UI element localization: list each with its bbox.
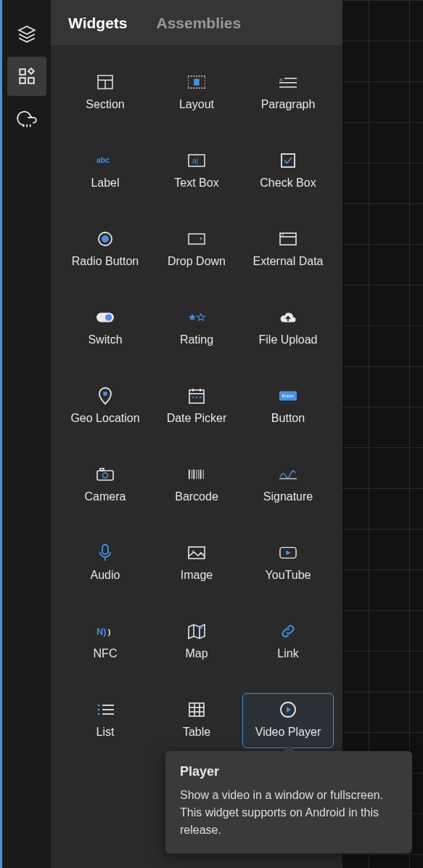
- widget-youtube[interactable]: YouTube: [242, 536, 334, 591]
- widget-checkbox[interactable]: Check Box: [242, 144, 334, 199]
- svg-point-66: [98, 705, 100, 707]
- layout-icon: [188, 73, 205, 91]
- widget-label: Check Box: [260, 177, 316, 190]
- switch-icon: [96, 309, 114, 326]
- svg-point-39: [196, 397, 197, 398]
- widget-externaldata[interactable]: External Data: [242, 222, 334, 277]
- nfc-icon: N)): [96, 622, 114, 640]
- svg-marker-30: [189, 314, 196, 320]
- rating-icon: [188, 309, 205, 326]
- svg-point-22: [102, 235, 109, 243]
- widget-label: Radio Button: [72, 255, 139, 268]
- svg-marker-24: [200, 238, 202, 240]
- widget-map[interactable]: Map: [151, 615, 242, 670]
- canvas-background: [342, 0, 423, 868]
- widget-label: Layout: [179, 98, 214, 111]
- widget-label: Barcode: [175, 490, 218, 503]
- widget-table[interactable]: Table: [151, 693, 242, 748]
- signature-icon: [279, 466, 297, 483]
- svg-rect-2: [20, 78, 25, 84]
- widget-label: Section: [86, 98, 124, 111]
- widget-dropdown[interactable]: Drop Down: [151, 222, 242, 277]
- external-data-icon: [279, 230, 297, 248]
- mic-icon: [96, 544, 114, 561]
- svg-text:a: a: [279, 76, 283, 83]
- widget-nfc[interactable]: N)) NFC: [59, 615, 151, 670]
- widget-button[interactable]: Button Button: [242, 379, 334, 434]
- widget-geolocation[interactable]: Geo Location: [59, 379, 151, 434]
- rail-layers[interactable]: [7, 15, 46, 54]
- widget-label: List: [96, 726, 115, 739]
- svg-marker-0: [19, 26, 35, 34]
- widget-label: Link: [277, 647, 298, 660]
- tooltip-title: Player: [180, 764, 398, 779]
- paragraph-icon: a: [279, 73, 297, 91]
- rail-cloud[interactable]: [7, 99, 46, 138]
- calendar-icon: [188, 387, 205, 405]
- widget-list[interactable]: List: [59, 693, 151, 748]
- widget-tooltip: Player Show a video in a window or fulls…: [165, 751, 412, 853]
- widget-label: Table: [183, 726, 210, 739]
- radio-icon: [96, 230, 114, 248]
- tab-assemblies[interactable]: Assemblies: [156, 15, 241, 32]
- tooltip-body: Show a video in a window or fullscreen. …: [180, 787, 398, 839]
- svg-marker-31: [197, 314, 205, 320]
- widget-barcode[interactable]: Barcode: [151, 458, 242, 513]
- widget-rating[interactable]: Rating: [151, 301, 242, 356]
- widget-fileupload[interactable]: File Upload: [242, 301, 334, 356]
- tab-widgets[interactable]: Widgets: [68, 15, 127, 32]
- svg-rect-1: [20, 69, 25, 75]
- svg-point-40: [200, 397, 201, 398]
- label-icon: abc: [96, 152, 114, 169]
- widget-label: Map: [185, 647, 208, 660]
- widget-image[interactable]: Image: [151, 536, 242, 591]
- widget-label: Text Box: [174, 177, 218, 190]
- widget-label: Label: [91, 177, 119, 190]
- widget-label: Rating: [180, 333, 213, 346]
- svg-text:abc: abc: [96, 156, 110, 164]
- svg-rect-44: [100, 469, 104, 471]
- widget-label: YouTube: [266, 569, 311, 582]
- widget-label: Paragraph: [261, 98, 316, 111]
- widget-link[interactable]: Link: [242, 615, 334, 670]
- widget-section[interactable]: Section: [59, 65, 151, 121]
- svg-rect-20: [282, 154, 295, 167]
- widget-datepicker[interactable]: Date Picker: [151, 379, 242, 434]
- widget-audio[interactable]: Audio: [59, 536, 151, 591]
- widgets-grid-icon: [17, 67, 36, 86]
- widget-switch[interactable]: Switch: [59, 301, 151, 356]
- widget-label: Drop Down: [168, 255, 226, 268]
- widget-videoplayer[interactable]: Video Player: [242, 693, 334, 748]
- svg-rect-43: [97, 471, 113, 480]
- widget-radio[interactable]: Radio Button: [59, 222, 151, 277]
- widget-grid: Section Layout a Paragraph abc Label a| …: [51, 45, 342, 763]
- svg-rect-23: [189, 234, 205, 244]
- svg-rect-56: [189, 547, 205, 559]
- svg-rect-3: [28, 78, 34, 84]
- layers-icon: [17, 25, 36, 44]
- svg-rect-12: [194, 78, 199, 85]
- svg-marker-78: [287, 707, 291, 713]
- svg-point-45: [103, 473, 108, 478]
- dropdown-icon: [188, 230, 205, 248]
- barcode-icon: [188, 466, 205, 483]
- map-pin-icon: [96, 387, 114, 405]
- widget-signature[interactable]: Signature: [242, 458, 334, 513]
- svg-marker-62: [189, 625, 205, 638]
- svg-rect-54: [102, 545, 108, 554]
- widget-textbox[interactable]: a| Text Box: [151, 144, 242, 199]
- button-icon: Button: [279, 387, 297, 405]
- widget-layout[interactable]: Layout: [151, 65, 242, 121]
- widget-camera[interactable]: Camera: [59, 458, 151, 513]
- widget-label: External Data: [253, 255, 324, 268]
- widget-label[interactable]: abc Label: [59, 144, 151, 199]
- play-circle-icon: [279, 701, 297, 718]
- upload-cloud-icon: [279, 309, 297, 326]
- widget-label: Switch: [88, 333, 122, 346]
- table-icon: [188, 701, 205, 718]
- svg-point-68: [98, 709, 100, 711]
- checkbox-icon: [279, 152, 297, 169]
- widget-label: Video Player: [255, 726, 321, 739]
- widget-paragraph[interactable]: a Paragraph: [242, 65, 334, 121]
- rail-widgets[interactable]: [7, 57, 46, 96]
